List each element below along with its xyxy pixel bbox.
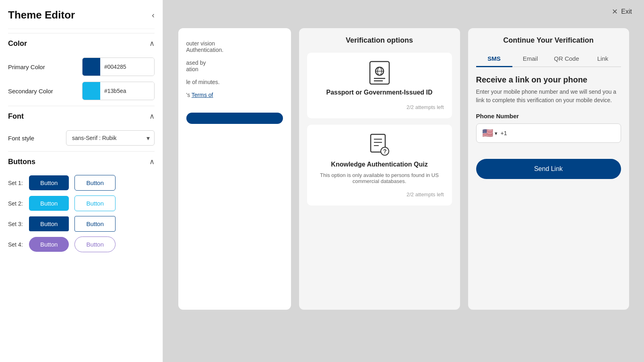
left-card-text1: outer vision Authentication. [186,40,283,53]
left-card-text2: ased by ation [186,60,283,72]
passport-option-title: Passport or Government-Issued ID [326,89,432,96]
set4-filled-button[interactable]: Button [29,237,69,252]
passport-option[interactable]: Passport or Government-Issued ID 2/2 att… [307,53,452,118]
sms-headline: Receive a link on your phone [476,75,621,84]
send-link-button[interactable]: Send Link [476,159,621,179]
continue-verification-title: Continue Your Verification [476,36,621,45]
set1-outline-button[interactable]: Button [74,175,115,191]
set3-label: Set 3: [8,221,29,227]
primary-color-row: Primary Color [8,58,155,76]
left-card-action-button[interactable] [186,113,283,124]
set3-outline-button[interactable]: Button [74,216,115,232]
primary-color-hex-input[interactable] [100,58,155,76]
close-icon: ✕ [612,7,618,16]
left-card-text3: le of minutes. [186,79,283,85]
set2-label: Set 2: [8,200,29,207]
font-chevron-icon: ∧ [149,112,155,121]
quiz-option-desc: This option is only available to persons… [315,172,444,184]
font-section: Font ∧ Font style sans-Serif : Rubik ser… [8,106,155,146]
primary-color-label: Primary Color [8,64,45,70]
svg-text:?: ? [383,148,387,154]
secondary-color-label: Secondary Color [8,88,53,95]
passport-icon [368,61,391,85]
main-content: outer vision Authentication. ased by ati… [163,0,644,362]
font-section-header[interactable]: Font ∧ [8,106,155,125]
font-style-label: Font style [8,135,34,142]
set2-outline-button[interactable]: Button [74,195,115,211]
continue-verification-card: Continue Your Verification SMS Email QR … [468,28,629,310]
buttons-grid: Set 1: Button Button Set 2: Button Butto… [8,175,155,252]
primary-color-input-group [82,58,155,76]
secondary-color-hex-input[interactable] [100,82,155,100]
color-chevron-icon: ∧ [149,39,155,48]
font-style-row: Font style sans-Serif : Rubik serif : Ge… [8,130,155,146]
button-set-1-row: Set 1: Button Button [8,175,155,191]
set1-label: Set 1: [8,180,29,186]
font-select-wrapper: sans-Serif : Rubik serif : Georgia monos… [66,130,155,146]
set2-filled-button[interactable]: Button [29,196,69,211]
color-section: Color ∧ Primary Color Secondary Color [8,33,155,100]
quiz-attempts: 2/2 attempts left [407,191,444,197]
set1-filled-button[interactable]: Button [29,175,69,190]
tab-sms[interactable]: SMS [476,51,512,67]
font-style-select[interactable]: sans-Serif : Rubik serif : Georgia monos… [66,130,155,146]
tab-link[interactable]: Link [585,51,621,67]
phone-prefix: +1 [501,130,507,136]
tab-qr-code[interactable]: QR Code [549,51,585,67]
left-card: outer vision Authentication. ased by ati… [178,28,291,310]
exit-button[interactable]: ✕ Exit [612,7,632,16]
buttons-section-title: Buttons [8,158,35,166]
button-set-4-row: Set 4: Button Button [8,237,155,252]
buttons-section-header[interactable]: Buttons ∧ [8,152,155,170]
button-set-3-row: Set 3: Button Button [8,216,155,232]
editor-collapse-button[interactable]: ‹ [152,10,155,20]
left-card-terms: 's Terms of [186,92,283,98]
verification-options-title: Verification options [307,36,452,45]
exit-label: Exit [621,8,632,15]
color-section-header[interactable]: Color ∧ [8,33,155,52]
color-section-title: Color [8,39,27,48]
secondary-color-row: Secondary Color [8,82,155,100]
country-flag-icon: 🇺🇸 [482,128,493,138]
buttons-section: Buttons ∧ Set 1: Button Button Set 2: Bu… [8,151,155,252]
phone-number-label: Phone Number [476,113,621,119]
quiz-option-title: Knowledge Authentication Quiz [331,161,427,168]
phone-number-input[interactable] [507,130,615,136]
editor-title: Theme Editor [8,9,75,21]
theme-editor-panel: Theme Editor ‹ Color ∧ Primary Color Sec… [0,0,163,362]
secondary-color-swatch[interactable] [83,82,100,100]
buttons-chevron-icon: ∧ [149,157,155,166]
set4-outline-button[interactable]: Button [74,237,115,252]
terms-of-link[interactable]: Terms of [192,92,213,98]
tab-email[interactable]: Email [512,51,549,67]
phone-input-row: 🇺🇸 ▾ +1 [476,123,621,143]
country-dropdown[interactable]: ▾ [495,130,497,136]
verification-options-card: Verification options Passport or Governm… [299,28,460,310]
verification-tabs: SMS Email QR Code Link [476,51,621,67]
set3-filled-button[interactable]: Button [29,216,69,231]
font-section-title: Font [8,112,24,121]
button-set-2-row: Set 2: Button Button [8,195,155,211]
set4-label: Set 4: [8,241,29,248]
quiz-icon: ? [368,133,391,157]
quiz-option[interactable]: ? Knowledge Authentication Quiz This opt… [307,125,452,206]
primary-color-swatch[interactable] [83,58,100,76]
sms-description: Enter your mobile phone number and we wi… [476,88,621,105]
passport-attempts: 2/2 attempts left [407,104,444,110]
secondary-color-input-group [82,82,155,100]
